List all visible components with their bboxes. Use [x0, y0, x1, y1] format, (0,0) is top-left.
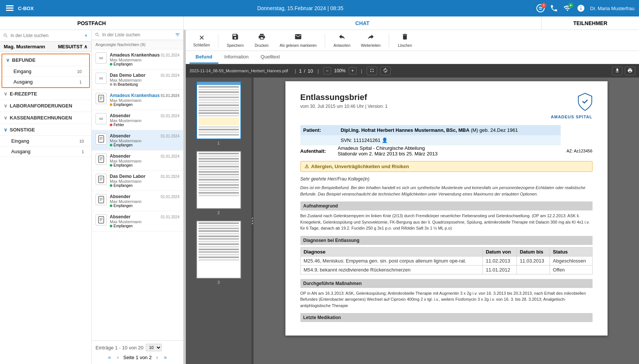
filter-icon[interactable] [175, 32, 180, 37]
list-item[interactable]: txt Absender 01.01.2024 Max Mustermann F… [92, 110, 183, 130]
befunde-eingang[interactable]: Eingang 10 [2, 66, 89, 77]
pdf-print-button[interactable] [625, 67, 635, 75]
pdf-thumbnails[interactable]: 1 [186, 78, 251, 364]
middle-search-bar[interactable] [92, 30, 183, 40]
app-logo: C-BOX [18, 6, 34, 11]
section-header: POSTFACH CHAT TEILNEHMER [0, 16, 639, 30]
first-page-btn[interactable]: « [107, 354, 113, 361]
sonstige-header[interactable]: ∨ SONSTIGE [0, 124, 91, 136]
hamburger-icon[interactable] [4, 3, 15, 13]
pdf-thumb-1[interactable]: 1 [196, 81, 241, 145]
laboranforderungen-label: LABORANFORDERUNGEN [10, 103, 72, 109]
table-row: M25.46, Meniskus: Empyema gen. sin. post… [300, 256, 592, 265]
befunde-header[interactable]: ∨ BEFUNDE [2, 54, 89, 66]
rotate-button[interactable] [380, 67, 391, 75]
save-button[interactable]: Speichern [223, 31, 247, 49]
main-layout: Mag. Mustermann MESUITST ∧ ∨ BEFUNDE Ein… [0, 30, 639, 364]
wifi-badge: ● [568, 3, 573, 8]
massnahmen-heading: Durchgeführte Maßnahmen [300, 279, 593, 288]
zoom-out-button[interactable]: − [323, 67, 331, 75]
pdf-download-button[interactable] [612, 67, 623, 75]
close-button[interactable]: ✕ Schließen [190, 32, 213, 49]
message-type-icon [96, 194, 107, 205]
laboranforderungen-header[interactable]: ∨ LABORANFORDERUNGEN [0, 100, 91, 112]
entries-per-page-select[interactable]: 10 20 50 [146, 344, 162, 351]
pdf-actions [612, 67, 635, 75]
collapse-icon[interactable] [83, 33, 88, 38]
forward-button[interactable]: Weiterleiten [357, 31, 384, 49]
sidebar-user-row: Mag. Mustermann MESUITST ∧ [0, 42, 91, 52]
list-item[interactable]: Das Demo Labor 01.01.2024 Max Mustermann… [92, 171, 183, 191]
last-page-btn[interactable]: » [163, 354, 169, 361]
sonstige-eingang[interactable]: Eingang 10 [0, 136, 91, 146]
allergy-banner: ⚠ Allergien, Unverträglichkeiten und Ris… [300, 161, 593, 172]
main-content: ✕ Schließen Speichern Drucken Al [186, 30, 639, 364]
left-sidebar: Mag. Mustermann MESUITST ∧ ∨ BEFUNDE Ein… [0, 30, 92, 364]
tab-information[interactable]: Information [218, 51, 255, 64]
pdf-doc-title: Entlassungsbrief [300, 92, 388, 102]
list-item[interactable]: Absender 01.01.2024 Max Mustermann Empfa… [92, 130, 183, 151]
pdf-area: 2023-11-14_08-59_Mustermann_Herbert_Hann… [186, 64, 639, 364]
list-item[interactable]: Absender 01.01.2024 Max Mustermann Empfa… [92, 151, 183, 171]
befunde-ausgang[interactable]: Ausgang 1 [2, 77, 89, 87]
user-name: Dr. Maria Musterfrau [590, 6, 635, 11]
logo-area: C-BOX [4, 3, 64, 13]
sidebar-search-bar[interactable] [0, 30, 91, 42]
list-item[interactable]: Absender 01.01.2024 Max Mustermann Empfa… [92, 191, 183, 211]
svg-rect-1 [6, 7, 13, 9]
pdf-toolbar: 2023-11-14_08-59_Mustermann_Herbert_Hann… [186, 64, 639, 78]
middle-search-input[interactable] [102, 32, 173, 37]
patient-svn: SVN: 1111241261 👤 [338, 135, 561, 145]
greeting-text: Sehr geehrte Herr/Frau Kollege(in) [300, 176, 593, 182]
prev-page-btn[interactable]: ‹ [115, 354, 120, 361]
entries-row: Einträge 1 - 10 von 20 10 20 50 [96, 344, 179, 351]
list-item[interactable]: Amadeus Krankenhaus 01.01.2024 Max Muste… [92, 90, 183, 110]
pdf-page-current: 1 [299, 68, 302, 74]
messages-count: Angezeigte Nachrichten (9) [92, 40, 183, 49]
svg-point-6 [541, 8, 542, 9]
sonstige-label: SONSTIGE [10, 127, 35, 133]
list-item[interactable]: Absender 01.01.2024 Max Mustermann Empfa… [92, 211, 183, 231]
patient-info: Dipl.Ing. Hofrat Herbert Hannes Musterma… [338, 125, 561, 135]
middle-panel: Angezeigte Nachrichten (9) txt Amadeus K… [92, 30, 184, 364]
list-item[interactable]: txt Das Demo Labor 01.01.2024 Max Muster… [92, 70, 183, 90]
message-type-icon [96, 154, 107, 165]
zoom-in-button[interactable]: + [349, 67, 357, 75]
message-type-icon: txt [96, 73, 107, 84]
tab-befund[interactable]: Befund [190, 51, 218, 64]
list-item[interactable]: txt Amadeus Krankenhaus 01.01.2024 Max M… [92, 49, 183, 70]
phone-icon[interactable] [550, 4, 558, 12]
print-button[interactable]: Drucken [251, 31, 273, 49]
pdf-filename: 2023-11-14_08-59_Mustermann_Herbert_Hann… [190, 69, 288, 73]
pdf-thumb-2[interactable]: 2 [196, 151, 241, 215]
teilnehmer-section-title: TEILNEHMER [542, 16, 639, 30]
kassenabrechnungen-label: KASSENABRECHNUNGEN [10, 115, 72, 121]
kassenabrechnungen-header[interactable]: ∨ KASSENABRECHNUNGEN [0, 112, 91, 124]
pagination-area: Einträge 1 - 10 von 20 10 20 50 « ‹ Seit… [92, 340, 183, 364]
tab-quelltext[interactable]: Quelltext [255, 51, 286, 64]
sidebar-nav: ∨ BEFUNDE Eingang 10 Ausgang 1 ∨ E-REZEP… [0, 52, 91, 364]
page-label: Seite 1 von 2 [123, 355, 152, 360]
next-page-btn[interactable]: › [155, 354, 160, 361]
delete-button[interactable]: Löschen [394, 31, 416, 49]
info-icon[interactable] [577, 4, 585, 12]
pdf-main-view[interactable]: Entlassungsbrief vom 30. Juli 2015 um 10… [254, 78, 639, 364]
sonstige-ausgang[interactable]: Ausgang 1 [0, 146, 91, 157]
sidebar-search-input[interactable] [10, 33, 81, 38]
intro-text: Dies ist ein Beispielbefund. Bei den Inh… [300, 185, 593, 197]
wifi-icon[interactable]: ● [563, 4, 572, 12]
mark-read-button[interactable]: Als gelesen markieren [276, 31, 321, 49]
toolbar-sep-1 [218, 34, 218, 47]
svg-rect-15 [99, 156, 104, 163]
svg-rect-7 [99, 95, 104, 102]
erezepte-label: E-REZEPTE [10, 91, 37, 97]
svg-rect-11 [99, 136, 104, 142]
erezepte-header[interactable]: ∨ E-REZEPTE [0, 88, 91, 100]
fit-page-button[interactable] [367, 67, 377, 75]
reply-button[interactable]: Antworten [330, 31, 354, 49]
entries-label: Einträge 1 - 10 von 20 [96, 345, 143, 351]
hospital-shield-icon [578, 92, 593, 114]
sidebar-user-name: Mag. Mustermann [4, 44, 45, 49]
chat-notifications-icon[interactable]: 8 [536, 4, 545, 12]
pdf-thumb-3[interactable]: 3 [196, 221, 241, 285]
